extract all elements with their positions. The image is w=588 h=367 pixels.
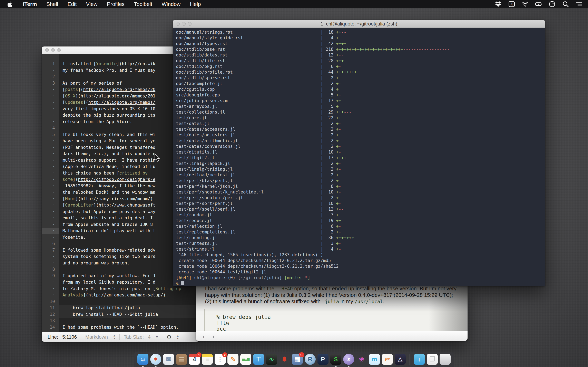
editor-line-text: [59, 267, 62, 272]
grid-app-icon[interactable]: ▦13: [292, 354, 303, 365]
close-button[interactable]: [176, 22, 180, 26]
papers-icon[interactable]: P: [318, 354, 329, 365]
editor-row[interactable]: 14I had some problems with the `--HEAD` …: [42, 324, 199, 331]
dock-item-numbers[interactable]: ▅▃▇: [240, 354, 251, 366]
dock-item-trash[interactable]: [440, 354, 450, 366]
mou-icon[interactable]: m: [369, 354, 380, 365]
gutter-line-number: 14: [42, 324, 59, 331]
menu-help[interactable]: Help: [190, 1, 201, 7]
skim-pdf-icon[interactable]: pdf: [382, 354, 393, 365]
wifi-icon[interactable]: [522, 1, 528, 7]
terminal-line: doc/stdlib/profile.rst | 44 +++++++++: [176, 69, 545, 75]
tab-size-chevron-icon[interactable]: ∨: [156, 336, 158, 338]
menu-shell[interactable]: Shell: [46, 1, 58, 7]
tab-size-value[interactable]: 4: [148, 334, 150, 340]
menu-toolbelt[interactable]: Toolbelt: [134, 1, 152, 7]
dock-item-mathematica[interactable]: ✹: [279, 354, 290, 366]
dock-item-activity-monitor[interactable]: ∿: [266, 354, 277, 366]
menu-profiles[interactable]: Profiles: [107, 1, 125, 7]
r-app-icon[interactable]: R: [305, 354, 316, 365]
calendar-icon[interactable]: 41: [189, 354, 200, 365]
apple-menu-icon[interactable]: [7, 1, 13, 7]
menu-iterm[interactable]: iTerm: [23, 1, 37, 7]
editor-row[interactable]: ·Analysis](http://zmjones.com/mac-setup/…: [42, 292, 199, 299]
terminal-titlebar[interactable]: 1. chl@aliquote: ~/gitroot/julia (zsh): [173, 20, 545, 28]
dock-item-calendar[interactable]: 41: [189, 354, 200, 366]
downloads-folder-icon[interactable]: ↓: [414, 354, 425, 365]
documents-icon[interactable]: ❐: [427, 354, 438, 365]
battery-charging-icon[interactable]: [535, 1, 542, 7]
minimize-button[interactable]: [182, 22, 186, 26]
safari-icon[interactable]: ✶: [150, 354, 161, 365]
editor-line-text: very first impressions on OS X 10.10: [59, 106, 155, 111]
mathematica-icon[interactable]: ✹: [279, 354, 290, 365]
minimize-button[interactable]: [51, 48, 55, 52]
keynote-icon[interactable]: ⊤: [253, 354, 264, 365]
notification-badge: 2: [222, 352, 227, 357]
dock-item-downloads-folder[interactable]: ↓: [414, 354, 425, 366]
editor-row[interactable]: 11 brew tap staticfloat/julia: [42, 305, 199, 311]
dock-item-emacs[interactable]: ε: [343, 354, 354, 366]
menu-edit[interactable]: Edit: [68, 1, 77, 7]
dock-item-papers[interactable]: P: [318, 354, 329, 366]
notes-icon[interactable]: ≡: [202, 354, 213, 365]
editor-line-text: [Moom](http://manytricks.com/moom/): [59, 196, 153, 201]
flower-app-icon[interactable]: ❀: [356, 354, 367, 365]
dock-item-notebook-app[interactable]: △: [395, 354, 406, 366]
contacts-icon[interactable]: ☰: [176, 354, 187, 365]
forward-chevron-icon[interactable]: ›: [212, 332, 214, 340]
iterm-icon[interactable]: $: [330, 354, 341, 365]
calendar-day-icon[interactable]: 4: [508, 1, 515, 7]
gear-stepper-icon[interactable]: ∧∨: [177, 334, 179, 340]
mail-icon[interactable]: ✉: [163, 354, 174, 365]
back-chevron-icon[interactable]: ‹: [203, 332, 205, 340]
dock-item-contacts[interactable]: ☰: [176, 354, 187, 366]
activity-monitor-icon[interactable]: ∿: [266, 354, 277, 365]
dock-item-finder[interactable]: ☺: [138, 354, 148, 366]
dock-item-flower-app[interactable]: ❀: [356, 354, 367, 366]
dock-item-mou[interactable]: m: [369, 354, 380, 366]
dock-item-notes[interactable]: ≡: [202, 354, 213, 366]
spotlight-search-icon[interactable]: [562, 1, 569, 7]
editor-row[interactable]: 13: [42, 318, 199, 324]
emacs-icon[interactable]: ε: [343, 354, 354, 365]
dropbox-icon[interactable]: [495, 1, 502, 7]
dock-item-documents[interactable]: ❐: [427, 354, 438, 366]
trash-icon[interactable]: [440, 354, 450, 365]
terminal-output[interactable]: doc/manual/strings.rst | 18 ++--doc/manu…: [173, 28, 545, 285]
editor-row[interactable]: 12 brew install --HEAD --64bit julia: [42, 311, 199, 318]
zoom-button[interactable]: [188, 22, 191, 26]
zoom-button[interactable]: [57, 48, 61, 52]
editor-row[interactable]: 10: [42, 299, 199, 305]
dock-item-mail[interactable]: ✉: [163, 354, 174, 366]
editor-line-text: [59, 125, 62, 131]
pages-icon[interactable]: ✎: [227, 354, 238, 365]
notification-center-icon[interactable]: [576, 1, 582, 7]
close-button[interactable]: [45, 48, 49, 52]
dock-item-safari[interactable]: ✶: [150, 354, 161, 366]
terminal-line: [6644] chl@aliquote (0) [~/gitroot/julia…: [176, 275, 545, 281]
dock-item-skim-pdf[interactable]: pdf: [382, 354, 393, 366]
gear-icon[interactable]: ⚙: [166, 334, 172, 340]
menu-view[interactable]: View: [86, 1, 98, 7]
language-stepper-icon[interactable]: ∧∨: [113, 334, 115, 340]
dock-item-reminders[interactable]: ⋮2: [215, 354, 226, 366]
dock-item-iterm[interactable]: $: [330, 354, 341, 366]
finder-icon[interactable]: ☺: [138, 354, 148, 365]
menu-window[interactable]: Window: [162, 1, 181, 7]
dock-item-grid-app[interactable]: ▦13: [292, 354, 303, 366]
numbers-icon[interactable]: ▅▃▇: [240, 354, 251, 365]
dock-item-pages[interactable]: ✎: [227, 354, 238, 366]
notebook-app-icon[interactable]: △: [395, 354, 406, 365]
icon-glyph: ❀: [359, 356, 364, 362]
gutter-line-number: ·: [42, 138, 59, 144]
editor-row[interactable]: ·to Zachary M. Jones's nice post on [Set…: [42, 286, 199, 292]
terminal-line: test/libgit2.jl | 17 ++++: [176, 155, 545, 161]
dock-item-r-app[interactable]: R: [305, 354, 316, 366]
reminders-icon[interactable]: ⋮2: [215, 354, 226, 365]
clock-icon[interactable]: [549, 1, 555, 7]
dock-item-keynote[interactable]: ⊤: [253, 354, 264, 366]
language-select[interactable]: Markdown: [85, 334, 108, 340]
editor-line-text: (Apple Helvetica Neue, instead of Lu: [59, 164, 155, 169]
icon-glyph: ⋮: [217, 356, 223, 362]
